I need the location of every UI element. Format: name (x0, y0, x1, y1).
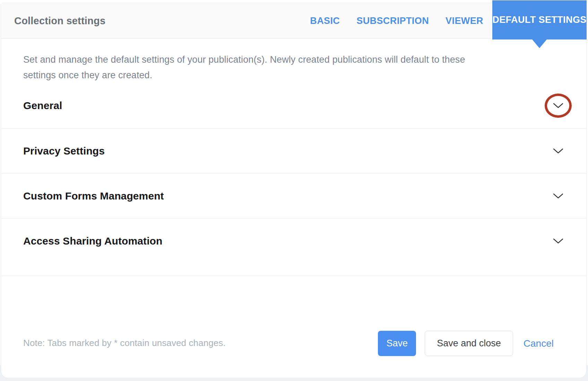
section-access-sharing-automation[interactable]: Access Sharing Automation (1, 218, 586, 263)
section-general-label: General (23, 100, 62, 112)
dialog-title: Collection settings (14, 15, 105, 27)
chevron-down-icon[interactable] (553, 103, 563, 109)
section-custom-forms-management[interactable]: Custom Forms Management (1, 173, 586, 218)
footer-buttons: Save Save and close Cancel (378, 331, 554, 356)
tab-subscription[interactable]: SUBSCRIPTION (356, 16, 429, 26)
save-button[interactable]: Save (378, 331, 416, 356)
chevron-down-icon[interactable] (553, 238, 563, 244)
unsaved-changes-note: Note: Tabs marked by * contain unsaved c… (23, 338, 226, 348)
tab-viewer[interactable]: VIEWER (446, 16, 483, 26)
dialog-footer: Note: Tabs marked by * contain unsaved c… (1, 276, 586, 378)
section-privacy-settings-label: Privacy Settings (23, 145, 105, 157)
tab-bar: BASIC SUBSCRIPTION VIEWER (310, 3, 483, 39)
section-general[interactable]: General (1, 83, 586, 128)
cancel-button[interactable]: Cancel (524, 331, 554, 356)
description-line-1: Set and manage the default settings of y… (23, 52, 564, 68)
tab-basic[interactable]: BASIC (310, 16, 340, 26)
section-access-sharing-automation-label: Access Sharing Automation (23, 235, 162, 247)
active-tab-pointer (532, 39, 547, 48)
tab-default-settings-active[interactable]: DEFAULT SETTINGS (492, 0, 587, 39)
collection-settings-dialog: Collection settings BASIC SUBSCRIPTION V… (1, 3, 587, 378)
settings-sections: General Privacy Settings Custom Forms M (1, 83, 586, 263)
section-privacy-settings[interactable]: Privacy Settings (1, 128, 586, 173)
description-line-2: settings once they are created. (23, 68, 564, 83)
settings-description: Set and manage the default settings of y… (1, 39, 586, 83)
dialog-header: Collection settings BASIC SUBSCRIPTION V… (1, 3, 586, 39)
section-custom-forms-management-label: Custom Forms Management (23, 190, 164, 202)
chevron-down-icon[interactable] (553, 193, 563, 199)
page-background: Collection settings BASIC SUBSCRIPTION V… (0, 0, 588, 381)
save-and-close-button[interactable]: Save and close (425, 331, 513, 356)
chevron-down-icon[interactable] (553, 148, 563, 154)
active-tab-label: DEFAULT SETTINGS (492, 15, 586, 25)
header-divider (1, 38, 492, 39)
